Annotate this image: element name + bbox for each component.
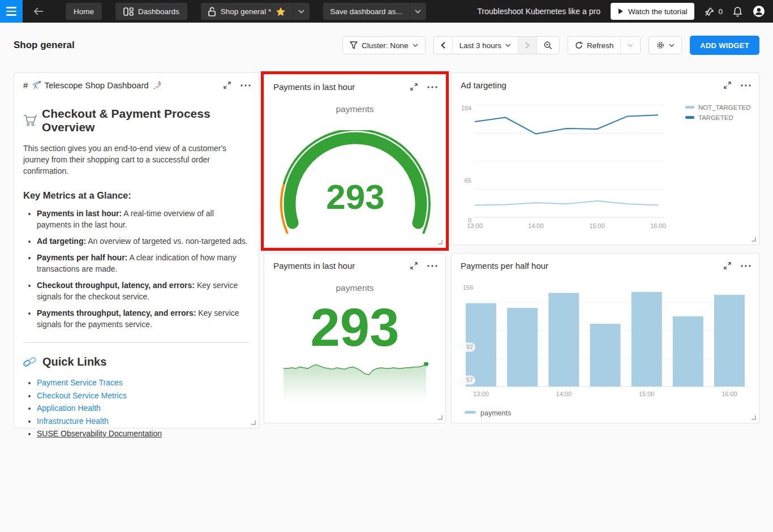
back-arrow-button[interactable] [27, 7, 50, 15]
widget-menu-icon[interactable] [241, 84, 251, 87]
save-dashboard-dropdown[interactable] [409, 3, 426, 20]
favorite-star-icon[interactable] [276, 7, 286, 16]
cluster-filter-button[interactable]: Cluster: None [343, 37, 425, 54]
svg-text:57: 57 [466, 376, 473, 383]
bar-chart: 156925713:0014:0015:0016:00payments [452, 276, 760, 424]
watch-tutorial-label: Watch the tutorial [628, 7, 688, 16]
bell-icon [733, 6, 742, 17]
resize-handle[interactable] [438, 240, 443, 244]
list-item: Payment Service Traces [37, 376, 250, 389]
current-dashboard-tab[interactable]: Shop general * [201, 3, 293, 20]
gear-icon [656, 41, 665, 50]
line-chart: 18465013:0014:0015:0016:00NOT_TARGETEDTA… [452, 97, 760, 244]
nav-home-button[interactable]: Home [66, 3, 102, 20]
expand-widget-icon[interactable] [410, 261, 418, 270]
metrics-list: Payments in last hour: A real-time overv… [23, 208, 250, 330]
list-item: Payments per half hour: A clear indicati… [37, 252, 250, 274]
expand-widget-icon[interactable] [723, 81, 732, 89]
markdown-intro: This section gives you an end-to-end vie… [23, 143, 250, 177]
back-arrow-icon [33, 7, 44, 15]
markdown-widget: # Telescope Shop Dashboard [14, 72, 259, 428]
pin-icon [705, 7, 714, 16]
zoom-out-time-button[interactable] [536, 37, 559, 54]
svg-text:293: 293 [326, 177, 384, 216]
pin-count: 0 [718, 7, 723, 16]
time-range-button[interactable]: Last 3 hours [452, 37, 518, 54]
chevron-left-icon [441, 42, 445, 49]
refresh-dropdown[interactable] [620, 37, 640, 54]
resize-handle[interactable] [751, 237, 756, 242]
markdown-heading: Checkout & Payment Process Overview [23, 107, 250, 134]
widget-title: Payments per half hour [461, 261, 548, 271]
chevron-down-icon [628, 44, 633, 47]
quick-link[interactable]: Checkout Service Metrics [37, 391, 127, 400]
svg-text:14:00: 14:00 [556, 391, 572, 397]
divider [23, 342, 250, 343]
shopping-cart-icon [23, 114, 37, 127]
quick-links-list: Payment Service Traces Checkout Service … [23, 376, 250, 440]
expand-widget-icon[interactable] [223, 81, 231, 89]
expand-widget-icon[interactable] [410, 83, 418, 91]
quick-link[interactable]: Infrastructure Health [37, 417, 109, 426]
chevron-right-icon [525, 42, 530, 49]
time-back-button[interactable] [434, 37, 452, 54]
home-label: Home [74, 7, 94, 16]
dashboard-tab-label: Shop general * [221, 7, 271, 16]
save-dashboard-as-button[interactable]: Save dashboard as... [323, 3, 409, 20]
notifications-button[interactable] [733, 6, 742, 17]
user-avatar[interactable] [753, 5, 765, 18]
nav-dashboards-button[interactable]: Dashboards [115, 3, 187, 20]
expand-widget-icon[interactable] [723, 261, 732, 270]
refresh-button[interactable]: Refresh [568, 37, 620, 54]
svg-text:184: 184 [461, 105, 471, 111]
hamburger-menu-button[interactable] [0, 0, 23, 23]
time-range-group: Last 3 hours [433, 36, 560, 54]
watch-tutorial-button[interactable]: Watch the tutorial [611, 3, 695, 20]
widget-menu-icon[interactable] [741, 265, 751, 267]
resize-handle[interactable] [251, 421, 256, 425]
widget-menu-icon[interactable] [741, 84, 751, 87]
widget-title: Payments in last hour [273, 82, 355, 92]
payments-per-half-hour-widget: Payments per half hour 156925713:0014:00… [451, 253, 759, 423]
payments-number-widget: Payments in last hour payments 293 [264, 253, 446, 423]
dashboard-tab-dropdown[interactable] [293, 3, 310, 20]
svg-text:15:00: 15:00 [589, 222, 605, 229]
dashboards-icon [123, 7, 134, 16]
widget-menu-icon[interactable] [427, 86, 437, 88]
svg-text:16:00: 16:00 [650, 222, 666, 229]
save-as-label: Save dashboard as... [330, 7, 402, 16]
svg-text:15:00: 15:00 [639, 391, 655, 397]
add-widget-button[interactable]: ADD WIDGET [690, 36, 759, 55]
chevron-down-icon [415, 10, 421, 14]
time-forward-button[interactable] [518, 37, 536, 54]
save-dashboard-group: Save dashboard as... [323, 3, 426, 20]
link-icon [23, 356, 37, 368]
list-item: Checkout throughput, latency, and errors… [37, 280, 250, 302]
refresh-group: Refresh [568, 36, 641, 54]
pinned-items-button[interactable]: 0 [705, 7, 723, 16]
zoom-out-icon [544, 41, 552, 50]
resize-handle[interactable] [438, 415, 443, 420]
quick-link[interactable]: SUSE Observability Documentation [37, 429, 162, 438]
widget-menu-icon[interactable] [427, 265, 437, 267]
list-item: Payments throughput, latency, and errors… [37, 307, 250, 330]
list-item: Infrastructure Health [37, 415, 250, 428]
unlock-icon [208, 7, 216, 16]
time-range-label: Last 3 hours [459, 41, 501, 50]
dashboard-settings-button[interactable] [649, 37, 681, 54]
svg-text:NOT_TARGETED: NOT_TARGETED [698, 104, 750, 111]
page-title: Shop general [14, 40, 75, 51]
promo-text: Troubleshoot Kubernetes like a pro [478, 7, 600, 16]
svg-text:65: 65 [465, 177, 471, 184]
list-item: Application Health [37, 402, 250, 415]
ad-targeting-widget: Ad targeting 18465013:0014:0015:0016:00N… [451, 72, 759, 245]
top-navbar: Home Dashboards Shop general * [0, 0, 773, 23]
svg-text:14:00: 14:00 [528, 222, 544, 229]
quick-link[interactable]: Payment Service Traces [37, 378, 123, 387]
chevron-down-icon [669, 44, 675, 47]
quick-link[interactable]: Application Health [37, 404, 101, 413]
refresh-icon [575, 41, 583, 49]
list-item: Checkout Service Metrics [37, 389, 250, 402]
chevron-down-icon [298, 10, 304, 14]
resize-handle[interactable] [751, 415, 756, 420]
